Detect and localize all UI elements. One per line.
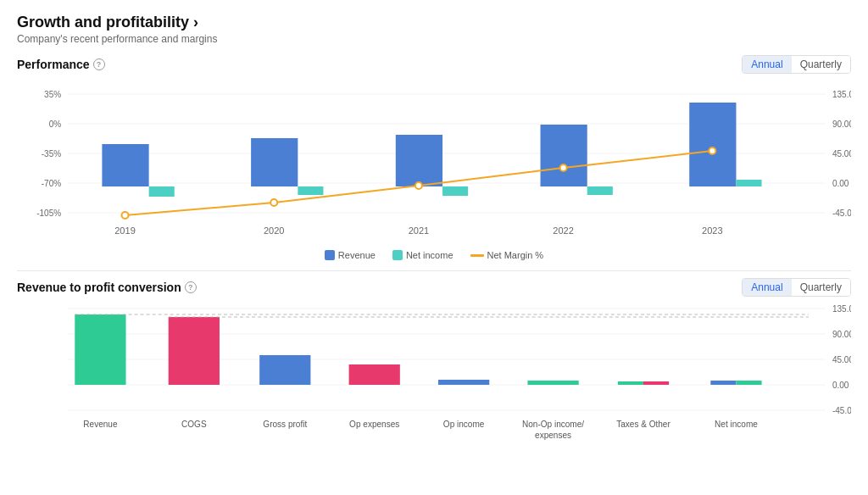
bar-revenue-2021 bbox=[396, 135, 442, 186]
legend-netincome-label: Net income bbox=[406, 250, 453, 260]
x-label-revenue: Revenue bbox=[83, 420, 118, 429]
bar-revenue-2022 bbox=[541, 125, 587, 186]
page-title: Growth and profitability › bbox=[17, 14, 851, 31]
bar-netincome-2020 bbox=[298, 186, 323, 195]
revenue-profit-toggle: Annual Quarterly bbox=[742, 278, 851, 297]
legend-netincome: Net income bbox=[392, 250, 453, 260]
svg-text:-45.00 B: -45.00 B bbox=[832, 209, 851, 218]
x-label-taxes: Taxes & Other bbox=[616, 420, 670, 429]
performance-legend: Revenue Net income Net Margin % bbox=[17, 250, 851, 260]
bar-op-income bbox=[438, 380, 489, 385]
revenue-profit-quarterly-btn[interactable]: Quarterly bbox=[792, 279, 850, 296]
legend-revenue: Revenue bbox=[325, 250, 376, 260]
bar-taxes bbox=[618, 381, 643, 385]
bar-netincome-2022 bbox=[587, 186, 613, 195]
main-container: Growth and profitability › Company's rec… bbox=[0, 0, 868, 472]
section-divider bbox=[17, 270, 851, 271]
svg-text:35%: 35% bbox=[44, 90, 61, 99]
svg-text:-45.00 B: -45.00 B bbox=[832, 406, 851, 415]
x-label-net-income: Net income bbox=[715, 420, 758, 429]
svg-text:90.00 B: 90.00 B bbox=[832, 120, 851, 129]
x-label-non-op-income2: expenses bbox=[535, 431, 571, 440]
legend-netmargin-label: Net Margin % bbox=[487, 250, 544, 260]
x-label-op-expenses: Op expenses bbox=[349, 420, 399, 429]
bar-revenue bbox=[75, 314, 125, 385]
legend-netincome-box bbox=[392, 250, 403, 260]
performance-annual-btn[interactable]: Annual bbox=[743, 56, 791, 73]
svg-text:45.00 B: 45.00 B bbox=[832, 355, 851, 364]
netmargin-point-2020 bbox=[270, 199, 277, 206]
revenue-profit-chart-svg: 135.00 B 90.00 B 45.00 B 0.00 -45.00 B bbox=[17, 300, 851, 448]
bar-netincome-2021 bbox=[442, 186, 468, 196]
legend-revenue-box bbox=[325, 250, 335, 260]
performance-quarterly-btn[interactable]: Quarterly bbox=[792, 56, 850, 73]
performance-chart: 35% 0% -35% -70% -105% 135.00 B 90.00 B … bbox=[17, 77, 851, 247]
x-label-2021: 2021 bbox=[409, 225, 430, 236]
bar-net-income bbox=[710, 381, 736, 385]
netmargin-point-2019 bbox=[122, 212, 129, 219]
svg-text:0.00: 0.00 bbox=[832, 179, 849, 188]
x-label-2023: 2023 bbox=[702, 225, 723, 236]
legend-netmargin-line bbox=[470, 254, 484, 257]
svg-text:-70%: -70% bbox=[42, 179, 62, 188]
svg-text:-105%: -105% bbox=[36, 209, 61, 218]
performance-toggle: Annual Quarterly bbox=[742, 55, 851, 74]
x-label-2020: 2020 bbox=[264, 225, 285, 236]
netmargin-point-2023 bbox=[709, 147, 715, 154]
bar-netincome-2023 bbox=[736, 180, 761, 186]
x-label-non-op-income: Non-Op income/ bbox=[522, 420, 584, 429]
legend-netmargin: Net Margin % bbox=[470, 250, 544, 260]
bar-net-income2 bbox=[736, 381, 761, 385]
svg-text:0.00: 0.00 bbox=[832, 381, 849, 390]
bar-op-expenses bbox=[349, 364, 400, 385]
bar-cogs bbox=[169, 317, 220, 385]
bar-revenue-2020 bbox=[251, 138, 298, 186]
x-label-cogs: COGS bbox=[181, 420, 207, 429]
revenue-profit-annual-btn[interactable]: Annual bbox=[743, 279, 791, 296]
svg-text:-35%: -35% bbox=[42, 149, 62, 159]
x-label-2019: 2019 bbox=[114, 225, 136, 236]
bar-taxes-neg bbox=[643, 381, 669, 385]
svg-text:0%: 0% bbox=[49, 120, 62, 129]
svg-text:135.00 B: 135.00 B bbox=[832, 304, 851, 314]
bar-non-op-income bbox=[527, 381, 578, 385]
page-subtitle: Company's recent performance and margins bbox=[17, 33, 851, 45]
svg-text:45.00 B: 45.00 B bbox=[832, 149, 851, 159]
bar-gross-profit bbox=[259, 355, 310, 385]
netmargin-point-2021 bbox=[415, 182, 422, 189]
revenue-profit-chart: 135.00 B 90.00 B 45.00 B 0.00 -45.00 B bbox=[17, 300, 851, 448]
bar-revenue-2019 bbox=[102, 144, 148, 186]
bar-netincome-2019 bbox=[149, 186, 175, 197]
revenue-profit-title: Revenue to profit conversion ? bbox=[17, 281, 197, 294]
x-label-2022: 2022 bbox=[553, 225, 574, 236]
performance-section: Performance ? Annual Quarterly 35% 0% -3… bbox=[17, 55, 851, 260]
performance-help-icon[interactable]: ? bbox=[93, 58, 105, 70]
bar-revenue-2023 bbox=[689, 103, 736, 186]
svg-text:90.00 B: 90.00 B bbox=[832, 330, 851, 339]
netmargin-point-2022 bbox=[560, 164, 567, 171]
x-label-gross-profit: Gross profit bbox=[263, 420, 307, 429]
revenue-profit-section: Revenue to profit conversion ? Annual Qu… bbox=[17, 278, 851, 448]
x-label-op-income: Op income bbox=[443, 420, 485, 429]
legend-revenue-label: Revenue bbox=[338, 250, 376, 260]
revenue-profit-help-icon[interactable]: ? bbox=[185, 281, 197, 293]
svg-text:135.00 B: 135.00 B bbox=[832, 90, 851, 99]
performance-chart-svg: 35% 0% -35% -70% -105% 135.00 B 90.00 B … bbox=[17, 77, 851, 247]
performance-title: Performance ? bbox=[17, 58, 105, 71]
